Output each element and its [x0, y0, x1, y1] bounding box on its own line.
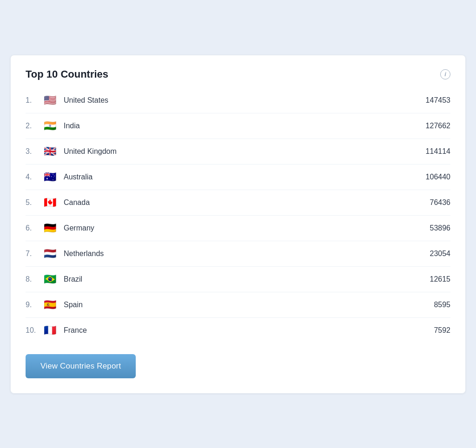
list-item: 5. 🇨🇦 Canada 76436	[26, 190, 450, 216]
list-item: 1. 🇺🇸 United States 147453	[26, 88, 450, 113]
country-rank: 10.	[26, 326, 42, 335]
country-flag: 🇺🇸	[42, 95, 57, 105]
country-flag: 🇪🇸	[42, 300, 57, 310]
info-icon[interactable]: i	[440, 69, 450, 79]
country-name: Germany	[64, 224, 430, 232]
country-count: 7592	[434, 326, 450, 335]
country-name: Brazil	[64, 275, 430, 283]
country-rank: 1.	[26, 96, 42, 105]
country-flag: 🇬🇧	[42, 146, 57, 157]
country-rank: 7.	[26, 250, 42, 258]
country-name: United States	[64, 96, 426, 105]
country-flag: 🇦🇺	[42, 172, 57, 182]
country-rank: 6.	[26, 224, 42, 232]
country-name: Australia	[64, 173, 426, 181]
country-count: 23054	[430, 250, 451, 258]
country-flag: 🇳🇱	[42, 249, 57, 259]
country-count: 53896	[430, 224, 451, 232]
card-header: Top 10 Countries i	[26, 68, 450, 80]
list-item: 9. 🇪🇸 Spain 8595	[26, 292, 450, 318]
list-item: 8. 🇧🇷 Brazil 12615	[26, 267, 450, 292]
country-name: Spain	[64, 301, 434, 309]
countries-list: 1. 🇺🇸 United States 147453 2. 🇮🇳 India 1…	[26, 88, 450, 343]
country-rank: 5.	[26, 198, 42, 207]
list-item: 6. 🇩🇪 Germany 53896	[26, 216, 450, 241]
country-name: Netherlands	[64, 250, 430, 258]
countries-card: Top 10 Countries i 1. 🇺🇸 United States 1…	[10, 55, 466, 394]
country-rank: 4.	[26, 173, 42, 181]
country-name: United Kingdom	[64, 147, 426, 156]
country-flag: 🇨🇦	[42, 198, 57, 208]
country-flag: 🇮🇳	[42, 121, 57, 131]
country-count: 76436	[430, 198, 451, 207]
country-count: 12615	[430, 275, 451, 283]
country-rank: 2.	[26, 122, 42, 130]
country-count: 127662	[426, 122, 450, 130]
country-rank: 8.	[26, 275, 42, 283]
list-item: 3. 🇬🇧 United Kingdom 114114	[26, 139, 450, 165]
card-footer: View Countries Report	[26, 354, 450, 378]
country-flag: 🇩🇪	[42, 223, 57, 233]
country-name: Canada	[64, 198, 430, 207]
country-rank: 3.	[26, 147, 42, 156]
country-count: 147453	[426, 96, 450, 105]
country-count: 106440	[426, 173, 450, 181]
list-item: 4. 🇦🇺 Australia 106440	[26, 165, 450, 190]
card-title: Top 10 Countries	[26, 68, 108, 80]
view-countries-report-button[interactable]: View Countries Report	[26, 354, 136, 378]
country-rank: 9.	[26, 301, 42, 309]
list-item: 7. 🇳🇱 Netherlands 23054	[26, 241, 450, 267]
country-count: 114114	[426, 147, 450, 156]
country-name: India	[64, 122, 426, 130]
country-count: 8595	[434, 301, 450, 309]
list-item: 2. 🇮🇳 India 127662	[26, 113, 450, 139]
list-item: 10. 🇫🇷 France 7592	[26, 318, 450, 343]
country-flag: 🇫🇷	[42, 325, 57, 336]
country-name: France	[64, 326, 434, 335]
country-flag: 🇧🇷	[42, 274, 57, 284]
